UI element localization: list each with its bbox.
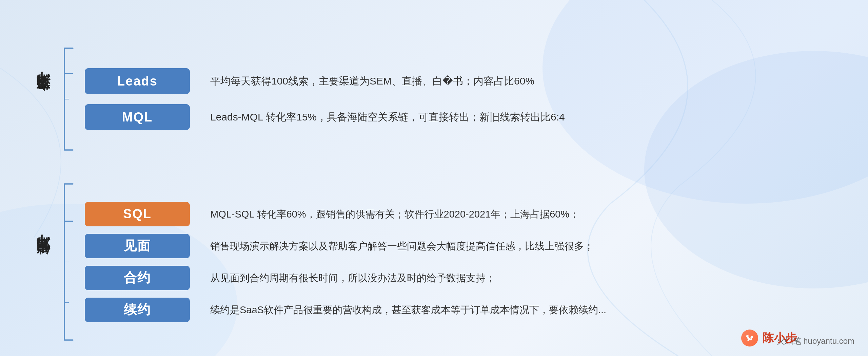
renew-row: 续约 续约是SaaS软件产品很重要的营收构成，甚至获客成本等于订单成本情况下，要… [85,298,827,322]
meet-stage-box: 见面 [85,234,190,258]
market-funnel-label: 市场漏斗 [27,14,58,185]
leads-description: 平均每天获得100线索，主要渠道为SEM、直播、白�书；内容占比60% [210,73,534,89]
renew-description: 续约是SaaS软件产品很重要的营收构成，甚至获客成本等于订单成本情况下，要依赖续… [210,302,606,318]
sql-stage-box: SQL [85,202,190,226]
contract-description: 从见面到合约周期有很长时间，所以没办法及时的给予数据支持； [210,270,495,286]
mql-row: MQL Leads-MQL 转化率15%，具备海陆空关系链，可直接转出；新旧线索… [85,104,827,130]
watermark: 🐿 陈小步 [741,330,797,346]
meet-description: 销售现场演示解决方案以及帮助客户解答一些问题会大幅度提高信任感，比线上强很多； [210,238,594,254]
meet-row: 见面 销售现场演示解决方案以及帮助客户解答一些问题会大幅度提高信任感，比线上强很… [85,234,827,258]
contract-row: 合约 从见面到合约周期有很长时间，所以没办法及时的给予数据支持； [85,266,827,290]
watermark-avatar: 🐿 [741,330,758,346]
leads-row: Leads 平均每天获得100线索，主要渠道为SEM、直播、白�书；内容占比60… [85,68,827,94]
sales-funnel-label: 销售漏斗 [27,171,58,353]
sql-row: SQL MQL-SQL 转化率60%，跟销售的供需有关；软件行业2020-202… [85,202,827,226]
leads-stage-box: Leads [85,68,190,94]
watermark-name: 陈小步 [762,330,797,346]
mql-stage-box: MQL [85,104,190,130]
sql-description: MQL-SQL 转化率60%，跟销售的供需有关；软件行业2020-2021年；上… [210,206,579,222]
contract-stage-box: 合约 [85,266,190,290]
renew-stage-box: 续约 [85,298,190,322]
mql-description: Leads-MQL 转化率15%，具备海陆空关系链，可直接转出；新旧线索转出比6… [210,109,565,125]
